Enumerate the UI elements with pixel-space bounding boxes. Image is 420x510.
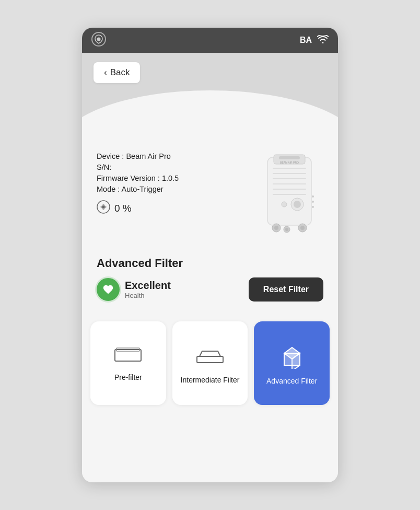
svg-point-19: [274, 226, 278, 230]
advanced-label: Advanced Filter: [266, 376, 317, 386]
svg-rect-10: [273, 183, 306, 184]
top-section: ‹ Back: [82, 53, 338, 148]
status-bar: BA: [82, 28, 338, 53]
device-text: Device : Beam Air Pro S/N: Firmware Vers…: [97, 148, 179, 217]
arc-background: [82, 90, 338, 148]
device-info-section: Device : Beam Air Pro S/N: Firmware Vers…: [82, 148, 338, 251]
svg-point-15: [282, 202, 287, 207]
filter-cards-section: Pre-filter Intermediate Filter: [82, 313, 338, 420]
filter-section: Advanced Filter Excellent Health Reset F…: [82, 251, 338, 313]
prefilter-icon: [112, 344, 144, 365]
svg-rect-9: [273, 178, 306, 179]
reset-filter-button[interactable]: Reset Filter: [249, 277, 323, 302]
intermediate-label: Intermediate Filter: [181, 375, 240, 385]
health-label: Excellent: [125, 280, 171, 292]
advanced-icon: [276, 340, 308, 369]
fan-icon: [97, 200, 110, 217]
prefilter-label: Pre-filter: [114, 373, 142, 382]
wifi-icon: [317, 35, 329, 45]
back-chevron-icon: ‹: [104, 67, 107, 78]
device-mode: Mode : Auto-Trigger: [97, 185, 179, 193]
svg-rect-7: [273, 168, 306, 169]
fan-speed: 0 %: [114, 203, 132, 214]
back-button[interactable]: ‹ Back: [94, 62, 140, 83]
svg-text:BEAM AIR PRO: BEAM AIR PRO: [280, 161, 299, 164]
svg-point-14: [294, 201, 301, 208]
svg-rect-6: [279, 156, 300, 159]
back-label: Back: [110, 67, 130, 78]
svg-rect-8: [273, 173, 306, 174]
svg-rect-11: [273, 189, 306, 190]
svg-point-24: [312, 195, 314, 198]
user-initials: BA: [300, 36, 312, 45]
device-image: BEAM AIR PRO: [255, 148, 323, 242]
device-firmware: Firmware Version : 1.0.5: [97, 174, 179, 182]
app-logo-icon: [91, 32, 106, 49]
svg-point-25: [312, 201, 314, 203]
svg-rect-4: [267, 157, 311, 225]
device-sn: S/N:: [97, 163, 179, 171]
svg-point-1: [97, 38, 101, 41]
phone-frame: BA ‹ Back Device : Beam Air Pro: [82, 28, 338, 482]
svg-rect-12: [273, 194, 306, 195]
svg-point-23: [285, 228, 288, 231]
filter-status-row: Excellent Health Reset Filter: [97, 277, 323, 302]
svg-point-21: [300, 226, 305, 230]
health-text: Excellent Health: [125, 280, 171, 299]
status-bar-right: BA: [300, 35, 329, 45]
health-icon: [97, 278, 120, 301]
fan-row: 0 %: [97, 200, 179, 217]
intermediate-icon: [194, 342, 226, 368]
advanced-card[interactable]: Advanced Filter: [254, 321, 330, 405]
svg-rect-29: [197, 356, 223, 363]
device-name: Device : Beam Air Pro: [97, 152, 179, 160]
health-sublabel: Health: [125, 292, 171, 299]
svg-point-26: [312, 206, 314, 208]
filter-title: Advanced Filter: [97, 257, 323, 270]
content-area: ‹ Back Device : Beam Air Pro S/N: Firmwa…: [82, 53, 338, 482]
svg-point-3: [102, 206, 105, 208]
prefilter-card[interactable]: Pre-filter: [90, 321, 166, 405]
intermediate-card[interactable]: Intermediate Filter: [172, 321, 248, 405]
health-badge: Excellent Health: [97, 278, 171, 301]
